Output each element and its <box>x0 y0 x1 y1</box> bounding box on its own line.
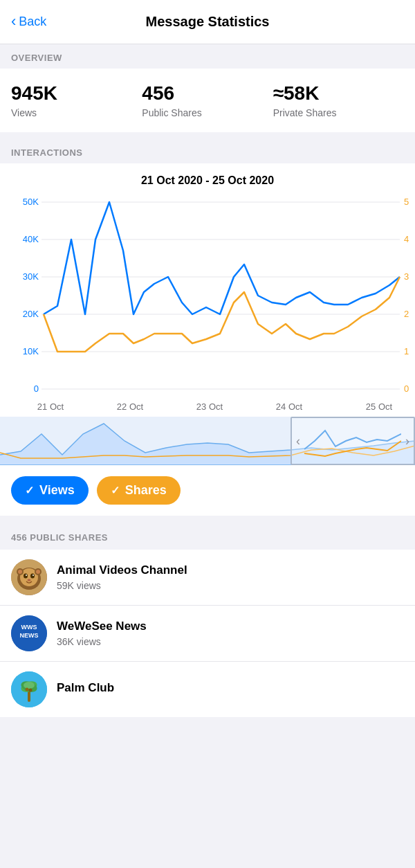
svg-text:5K: 5K <box>404 197 409 207</box>
svg-text:40K: 40K <box>23 234 39 244</box>
public-shares-value: 456 <box>142 82 273 105</box>
list-item[interactable]: Palm Club <box>0 662 415 717</box>
views-value: 945K <box>11 82 142 105</box>
shares-toggle-button[interactable]: ✓ Shares <box>97 476 181 505</box>
nav-left-arrow[interactable]: ‹ <box>296 434 300 449</box>
main-chart-area: 50K 40K 30K 20K 10K 0 5K 4K 3K 2K 1K 0 2… <box>0 195 415 417</box>
svg-text:0: 0 <box>34 383 39 394</box>
views-check-icon: ✓ <box>25 484 34 497</box>
svg-text:30K: 30K <box>23 271 39 282</box>
svg-point-44 <box>26 688 29 691</box>
svg-rect-40 <box>28 691 30 702</box>
svg-text:24 Oct: 24 Oct <box>276 401 303 412</box>
svg-point-32 <box>30 574 35 579</box>
back-button[interactable]: ‹ Back <box>11 15 46 29</box>
svg-text:22 Oct: 22 Oct <box>117 401 144 412</box>
views-stat: 945K Views <box>11 82 142 118</box>
main-chart-svg: 50K 40K 30K 20K 10K 0 5K 4K 3K 2K 1K 0 2… <box>6 195 409 417</box>
share-name: Animal Videos Channel <box>57 563 187 577</box>
list-item[interactable]: WWS NEWS WeWeSee News 36K views <box>0 606 415 662</box>
share-name: WeWeSee News <box>57 620 147 633</box>
chart-card: 21 Oct 2020 - 25 Oct 2020 50K 40K 30K 20… <box>0 163 415 516</box>
svg-text:23 Oct: 23 Oct <box>196 401 223 412</box>
navigator-overlay: ‹ › <box>290 417 415 465</box>
svg-point-45 <box>29 689 33 692</box>
navigator-chart <box>304 420 401 462</box>
private-shares-value: ≈58K <box>273 82 404 105</box>
toggle-row: ✓ Views ✓ Shares <box>0 465 415 516</box>
interactions-section-label: INTERACTIONS <box>0 139 415 163</box>
views-label: Views <box>11 107 142 118</box>
back-chevron-icon: ‹ <box>11 14 16 29</box>
share-info: Animal Videos Channel 59K views <box>57 563 187 591</box>
shares-check-icon: ✓ <box>111 484 120 497</box>
header: ‹ Back Message Statistics <box>0 0 415 44</box>
mini-chart-container: ‹ › <box>0 417 415 465</box>
svg-text:NEWS: NEWS <box>20 632 39 639</box>
overview-card: 945K Views 456 Public Shares ≈58K Privat… <box>0 69 415 132</box>
svg-point-29 <box>18 570 22 574</box>
svg-text:WWS: WWS <box>21 624 37 631</box>
svg-text:25 Oct: 25 Oct <box>366 401 393 412</box>
views-toggle-button[interactable]: ✓ Views <box>11 476 89 505</box>
svg-text:20K: 20K <box>23 309 39 319</box>
private-shares-label: Private Shares <box>273 107 404 118</box>
svg-text:50K: 50K <box>23 197 39 207</box>
svg-text:3K: 3K <box>404 271 409 282</box>
share-info: WeWeSee News 36K views <box>57 620 147 647</box>
avatar <box>11 559 47 595</box>
svg-point-35 <box>28 579 31 581</box>
public-shares-stat: 456 Public Shares <box>142 82 273 118</box>
public-shares-label: Public Shares <box>142 107 273 118</box>
views-toggle-label: Views <box>39 483 75 498</box>
nav-right-arrow[interactable]: › <box>405 434 409 449</box>
share-views: 36K views <box>57 636 147 647</box>
palm-avatar-image <box>11 671 47 707</box>
back-label: Back <box>19 15 46 29</box>
share-views: 59K views <box>57 580 187 591</box>
svg-text:1K: 1K <box>404 346 409 356</box>
svg-point-30 <box>36 570 40 574</box>
svg-text:10K: 10K <box>23 346 39 356</box>
page-title: Message Statistics <box>146 14 270 30</box>
lion-avatar-image <box>11 559 47 595</box>
svg-text:0: 0 <box>404 383 409 394</box>
svg-point-31 <box>24 574 28 579</box>
svg-text:4K: 4K <box>404 234 409 244</box>
svg-point-33 <box>26 575 27 576</box>
overview-section-label: OVERVIEW <box>0 44 415 69</box>
chart-title: 21 Oct 2020 - 25 Oct 2020 <box>0 174 415 187</box>
share-name: Palm Club <box>57 681 114 695</box>
share-list: Animal Videos Channel 59K views WWS NEWS… <box>0 550 415 717</box>
share-info: Palm Club <box>57 681 114 698</box>
svg-point-34 <box>33 575 34 576</box>
shares-toggle-label: Shares <box>125 483 167 498</box>
svg-text:2K: 2K <box>404 309 409 319</box>
svg-text:21 Oct: 21 Oct <box>37 401 64 412</box>
private-shares-stat: ≈58K Private Shares <box>273 82 404 118</box>
svg-point-43 <box>24 682 35 689</box>
avatar <box>11 671 47 707</box>
wws-avatar-image: WWS NEWS <box>11 615 47 651</box>
views-line <box>44 202 400 314</box>
avatar: WWS NEWS <box>11 615 47 651</box>
public-shares-section-label: 456 PUBLIC SHARES <box>0 523 415 550</box>
list-item[interactable]: Animal Videos Channel 59K views <box>0 550 415 606</box>
